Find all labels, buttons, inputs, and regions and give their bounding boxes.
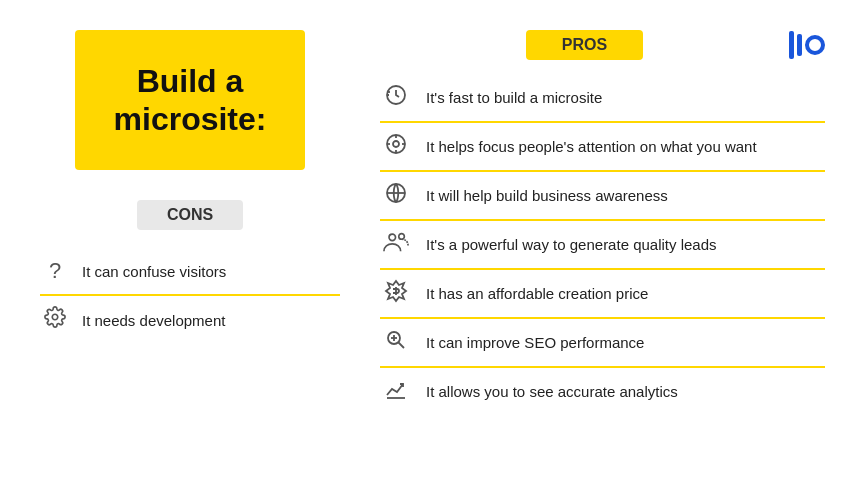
main-container: Build a microsite: CONS ? It can confuse… xyxy=(0,0,865,500)
pros-item-2: It helps focus people's attention on wha… xyxy=(380,123,825,172)
cons-section: CONS ? It can confuse visitors It needs … xyxy=(40,200,340,344)
pros-text-2: It helps focus people's attention on wha… xyxy=(426,138,757,155)
svg-line-16 xyxy=(399,343,405,349)
pros-list: It's fast to build a microsite It helps … xyxy=(380,74,825,415)
title-box: Build a microsite: xyxy=(75,30,305,170)
page-title: Build a microsite: xyxy=(114,62,267,139)
pros-item-4: It's a powerful way to generate quality … xyxy=(380,221,825,270)
question-icon: ? xyxy=(40,258,70,284)
search-icon xyxy=(380,328,412,357)
svg-point-13 xyxy=(399,234,405,240)
money-icon xyxy=(380,279,412,308)
cons-badge: CONS xyxy=(137,200,243,230)
pros-item-6: It can improve SEO performance xyxy=(380,319,825,368)
pros-header: PROS xyxy=(380,30,825,60)
focus-icon xyxy=(380,132,412,161)
globe-icon xyxy=(380,181,412,210)
cons-text-1: It can confuse visitors xyxy=(82,263,226,280)
right-panel: PROS It's fast to build a mi xyxy=(380,30,825,470)
pros-text-3: It will help build business awareness xyxy=(426,187,668,204)
svg-point-5 xyxy=(393,141,399,147)
brand-logo xyxy=(789,31,825,59)
pros-item-7: It allows you to see accurate analytics xyxy=(380,368,825,415)
pros-text-6: It can improve SEO performance xyxy=(426,334,644,351)
pros-badge: PROS xyxy=(526,30,643,60)
pros-item-5: It has an affordable creation price xyxy=(380,270,825,319)
logo-circle xyxy=(805,35,825,55)
cons-item-2: It needs development xyxy=(40,296,340,344)
logo-bar1 xyxy=(789,31,794,59)
cons-text-2: It needs development xyxy=(82,312,225,329)
svg-point-12 xyxy=(389,234,396,241)
pros-item-1: It's fast to build a microsite xyxy=(380,74,825,123)
logo-bar2 xyxy=(797,34,802,56)
chart-icon xyxy=(380,377,412,406)
gear-icon xyxy=(40,306,70,334)
svg-point-0 xyxy=(52,314,58,320)
pros-text-4: It's a powerful way to generate quality … xyxy=(426,236,717,253)
pros-text-5: It has an affordable creation price xyxy=(426,285,648,302)
cons-item-1: ? It can confuse visitors xyxy=(40,248,340,296)
people-icon xyxy=(380,230,412,259)
clock-icon xyxy=(380,83,412,112)
pros-item-3: It will help build business awareness xyxy=(380,172,825,221)
pros-text-1: It's fast to build a microsite xyxy=(426,89,602,106)
pros-text-7: It allows you to see accurate analytics xyxy=(426,383,678,400)
left-panel: Build a microsite: CONS ? It can confuse… xyxy=(40,30,340,470)
